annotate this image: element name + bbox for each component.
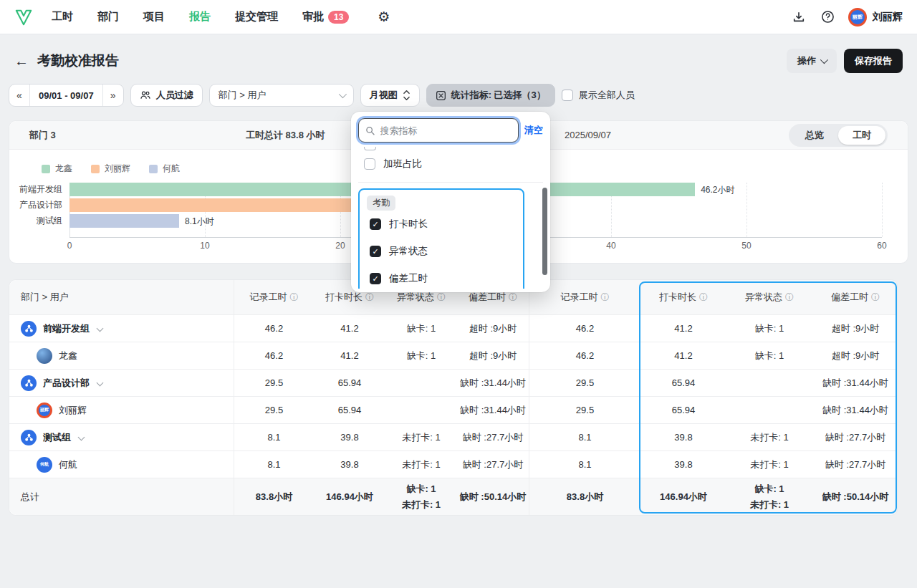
people-filter-button[interactable]: 人员过滤 [130, 84, 203, 107]
group-row-design[interactable]: 产品设计部 [9, 375, 234, 391]
nav-right: 丽辉 刘丽辉 [791, 8, 903, 26]
nav-menu: 工时 部门 项目 报告 提交管理 审批 13 ⚙ [52, 9, 390, 25]
nav-item-timesheet[interactable]: 工时 [52, 10, 73, 24]
cell-deviation: 缺时 :27.7小时 [457, 458, 529, 471]
cell-punch: 39.8 [314, 459, 385, 470]
checkbox-unchecked [562, 90, 573, 101]
prev-period-button[interactable]: « [9, 85, 29, 106]
view-mode-label: 月视图 [370, 89, 398, 102]
total-anomaly-2: 缺卡: 1 未打卡: 1 [726, 481, 812, 512]
table-row: 丽辉 刘丽辉 29.5 65.94 缺时 :31.44小时 29.5 65.94… [9, 396, 897, 423]
total-anomaly: 缺卡: 1 未打卡: 1 [385, 481, 457, 512]
info-icon[interactable]: ⓘ [871, 291, 880, 304]
info-icon[interactable]: ⓘ [365, 291, 374, 304]
group-row-testing[interactable]: 测试组 [9, 430, 234, 445]
save-report-button[interactable]: 保存报告 [844, 49, 903, 73]
total-punch-2: 146.94小时 [640, 491, 726, 503]
metric-label: 加班占比 [383, 158, 422, 170]
download-icon[interactable] [791, 9, 807, 25]
col-header-deviation-2: 偏差工时ⓘ [812, 291, 898, 304]
nav-item-project[interactable]: 项目 [143, 10, 165, 24]
metric-option-overtime-ratio[interactable]: 加班占比 [358, 150, 543, 178]
divider [358, 182, 543, 183]
total-recorded-2: 83.8小时 [529, 478, 640, 515]
cell-deviation: 超时 :9小时 [457, 322, 529, 335]
metrics-search-input[interactable] [380, 125, 512, 136]
panel-scrollbar-thumb[interactable] [542, 188, 547, 275]
cell-anomaly: 缺卡: 1 [385, 322, 457, 335]
grouping-select[interactable]: 部门 > 用户 [209, 84, 354, 107]
legend-swatch [91, 165, 100, 173]
metrics-search-box[interactable] [358, 118, 519, 143]
total-anomaly-line2: 未打卡: 1 [385, 497, 457, 512]
metric-label: 偏差工时 [389, 272, 428, 285]
chevron-down-icon [338, 90, 346, 98]
legend-item: 龙鑫 [42, 163, 72, 175]
table-row: 何航 何航 8.1 39.8 未打卡: 1 缺时 :27.7小时 8.1 39.… [9, 450, 897, 478]
help-icon[interactable] [820, 9, 835, 25]
cell-recorded-2: 8.1 [529, 451, 640, 478]
nav-item-department[interactable]: 部门 [97, 10, 119, 24]
cell-punch: 65.94 [314, 377, 385, 388]
header-label: 偏差工时 [831, 291, 868, 304]
toggle-overview[interactable]: 总览 [791, 126, 838, 145]
nav-item-approval[interactable]: 审批 13 [302, 10, 349, 24]
metrics-icon [436, 90, 446, 101]
metric-option-deviation-hours[interactable]: 偏差工时 [364, 265, 519, 289]
metric-option-anomaly-status[interactable]: 异常状态 [364, 238, 519, 265]
total-label: 总计 [9, 491, 234, 503]
settings-gear-icon[interactable]: ⚙ [378, 9, 390, 25]
cell-anomaly-2: 未打卡: 1 [726, 458, 812, 471]
info-icon[interactable]: ⓘ [437, 291, 446, 304]
user-chip[interactable]: 丽辉 刘丽辉 [848, 8, 903, 26]
info-icon[interactable]: ⓘ [601, 291, 610, 304]
avatar [37, 348, 52, 364]
group-row-frontend[interactable]: 前端开发组 [9, 321, 234, 337]
nav-item-report[interactable]: 报告 [189, 10, 211, 24]
table-row: 前端开发组 46.2 41.2 缺卡: 1 超时 :9小时 46.2 41.2 … [9, 314, 897, 342]
header-label: 记录工时 [250, 291, 287, 304]
cell-deviation-2: 超时 :9小时 [812, 322, 898, 335]
head-actions: 操作 保存报告 [787, 49, 903, 73]
header-label: 异常状态 [745, 291, 782, 304]
cell-punch-2: 41.2 [640, 323, 726, 334]
x-tick: 10 [200, 241, 209, 251]
actions-button-label: 操作 [797, 54, 816, 67]
next-period-button[interactable]: » [103, 85, 123, 106]
legend-label: 何航 [163, 163, 180, 175]
category-label: 前端开发组 [2, 183, 62, 196]
total-deviation: 缺时 :50.14小时 [457, 491, 529, 503]
clear-selection-link[interactable]: 清空 [524, 124, 543, 137]
cell-punch-2: 41.2 [640, 350, 726, 361]
date-range-label[interactable]: 09/01 - 09/07 [29, 85, 103, 106]
org-group-icon [21, 375, 37, 391]
metrics-selector-button[interactable]: 统计指标: 已选择（3） [426, 84, 555, 107]
cell-anomaly: 未打卡: 1 [385, 431, 457, 444]
back-arrow-icon[interactable]: ← [14, 53, 29, 69]
header-label: 记录工时 [561, 291, 598, 304]
metric-option-punch-duration[interactable]: 打卡时长 [364, 211, 519, 238]
row-name: 刘丽辉 [59, 404, 87, 417]
cell-punch-2: 39.8 [640, 459, 726, 470]
info-icon[interactable]: ⓘ [509, 291, 517, 304]
cell-recorded: 8.1 [234, 424, 314, 450]
show-all-people-checkbox[interactable]: 展示全部人员 [562, 89, 635, 102]
cell-punch: 65.94 [314, 405, 385, 415]
info-icon[interactable]: ⓘ [699, 291, 708, 304]
x-tick: 40 [606, 241, 615, 251]
metric-label: 异常状态 [389, 245, 428, 258]
cell-recorded-2: 29.5 [529, 370, 640, 396]
cell-anomaly-2: 未打卡: 1 [726, 431, 812, 444]
filter-row: « 09/01 - 09/07 » 人员过滤 部门 > 用户 月视图 [9, 83, 908, 107]
actions-button[interactable]: 操作 [787, 49, 837, 73]
bar-testing: 8.1小时 [69, 214, 179, 228]
info-icon[interactable]: ⓘ [785, 291, 794, 304]
view-mode-select[interactable]: 月视图 [360, 84, 420, 107]
toggle-hours[interactable]: 工时 [838, 126, 885, 145]
x-tick: 50 [741, 241, 751, 251]
nav-item-submission[interactable]: 提交管理 [235, 10, 278, 24]
save-report-label: 保存报告 [855, 54, 892, 67]
total-recorded: 83.8小时 [234, 478, 314, 515]
info-icon[interactable]: ⓘ [290, 291, 299, 304]
cell-anomaly-2: 缺卡: 1 [726, 350, 812, 362]
